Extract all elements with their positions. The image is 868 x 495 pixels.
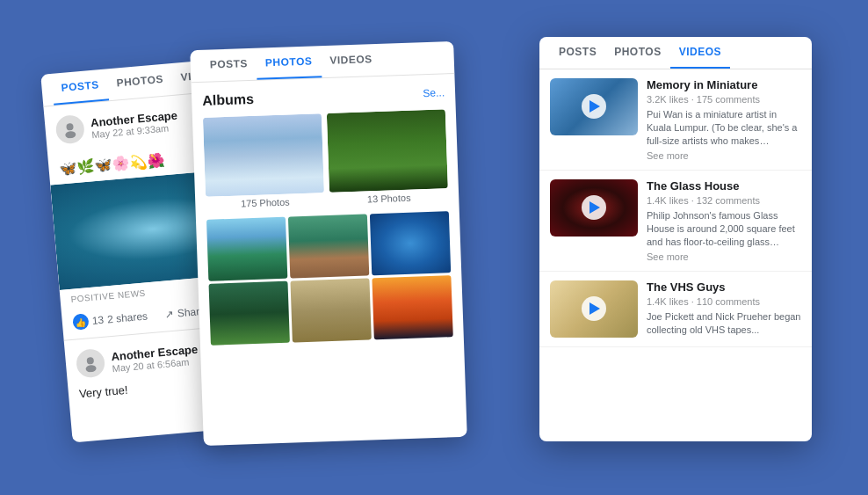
like-count-1: 👍 13 2 shares	[72, 308, 148, 330]
video-thumb-2[interactable]	[550, 179, 638, 237]
albums-section: Albums Se... 175 Photos 13 Photos	[192, 73, 465, 355]
photo-thumb-2[interactable]	[288, 214, 369, 278]
share-icon: ↗	[164, 307, 174, 320]
video-meta-1: 3.2K likes · 175 comments	[647, 94, 801, 105]
album-thumb-2	[327, 109, 448, 193]
video-item-2: The Glass House 1.4K likes · 132 comment…	[539, 171, 812, 272]
play-triangle-3	[590, 302, 600, 315]
albums-header: Albums Se...	[202, 84, 445, 109]
video-meta-2: 1.4K likes · 132 comments	[647, 195, 801, 206]
album-img-forest	[327, 109, 448, 193]
videos-tab-videos[interactable]: VIDEOS	[670, 37, 730, 69]
post-author-info-2: Another Escape May 20 at 6:56am	[111, 342, 199, 374]
video-title-1: Memory in Miniature	[647, 78, 801, 91]
see-more-link[interactable]: Se...	[423, 86, 445, 99]
videos-card: VIDEOS POSTS PHOTOS VIDEOS Memory in Min…	[539, 37, 812, 441]
video-thumb-3[interactable]	[550, 280, 638, 338]
photo-thumb-6[interactable]	[372, 275, 452, 339]
video-info-2: The Glass House 1.4K likes · 132 comment…	[647, 179, 801, 262]
photos-tab-posts[interactable]: POSTS	[200, 47, 257, 81]
tab-posts[interactable]: POSTS	[51, 69, 109, 105]
album-1[interactable]: 175 Photos	[203, 113, 325, 213]
photo-row	[206, 211, 451, 281]
likes-number: 13	[91, 313, 105, 326]
video-desc-3: Joe Pickett and Nick Prueher began colle…	[647, 310, 801, 338]
album-img-mountains	[203, 113, 324, 197]
post-author-info-1: Another Escape May 22 at 9:33am	[90, 108, 179, 140]
photo-thumb-3[interactable]	[370, 211, 451, 275]
photos-card: pHoTOS POSTS PHOTOS VIDEOS Albums Se... …	[190, 40, 467, 445]
photo-thumb-5[interactable]	[290, 278, 371, 342]
play-button-3[interactable]	[582, 296, 606, 321]
album-2[interactable]: 13 Photos	[327, 109, 449, 208]
photo-thumb-1[interactable]	[206, 216, 287, 280]
tab-photos[interactable]: PHOTOS	[106, 63, 173, 100]
svg-point-3	[85, 364, 97, 372]
video-info-1: Memory in Miniature 3.2K likes · 175 com…	[647, 78, 801, 161]
photo-thumb-4[interactable]	[209, 280, 290, 345]
video-title-2: The Glass House	[647, 179, 801, 193]
photos-tab-videos[interactable]: VIDEOS	[321, 43, 382, 76]
album-grid: 175 Photos 13 Photos	[203, 109, 449, 213]
scene: POSTS POSTS PHOTOS VIDEOS Another Escape…	[56, 28, 812, 468]
videos-tab-photos[interactable]: PHOTOS	[605, 37, 669, 69]
see-more-2[interactable]: See more	[647, 251, 801, 262]
like-icon: 👍	[72, 313, 90, 331]
video-info-3: The VHS Guys 1.4K likes · 110 comments J…	[647, 280, 801, 338]
svg-point-2	[86, 356, 94, 364]
album-thumb-1	[203, 113, 324, 197]
play-triangle-2	[590, 201, 600, 214]
avatar-2	[76, 347, 106, 378]
play-button-2[interactable]	[582, 195, 606, 220]
videos-tab-posts[interactable]: POSTS	[550, 37, 605, 69]
play-button-1[interactable]	[582, 94, 606, 119]
video-item-1: Memory in Miniature 3.2K likes · 175 com…	[539, 69, 812, 171]
albums-title: Albums	[202, 91, 254, 108]
video-meta-3: 1.4K likes · 110 comments	[647, 296, 801, 307]
posts-vertical-label: POSTS	[40, 235, 55, 283]
svg-point-1	[65, 130, 76, 138]
photos-tab-photos[interactable]: PHOTOS	[256, 46, 322, 80]
video-desc-2: Philip Johnson's famous Glass House is a…	[647, 209, 801, 250]
play-triangle-1	[590, 100, 600, 113]
videos-tab-nav: POSTS PHOTOS VIDEOS	[539, 37, 812, 69]
video-desc-1: Pui Wan is a miniature artist in Kuala L…	[647, 108, 801, 149]
shares-text: 2 shares	[107, 309, 148, 325]
avatar-1	[54, 113, 85, 144]
photo-row-2	[209, 275, 453, 346]
see-more-1[interactable]: See more	[647, 150, 801, 161]
video-item-3: The VHS Guys 1.4K likes · 110 comments J…	[539, 272, 812, 347]
video-thumb-1[interactable]	[550, 78, 638, 135]
svg-point-0	[66, 122, 74, 130]
video-title-3: The VHS Guys	[647, 280, 801, 294]
